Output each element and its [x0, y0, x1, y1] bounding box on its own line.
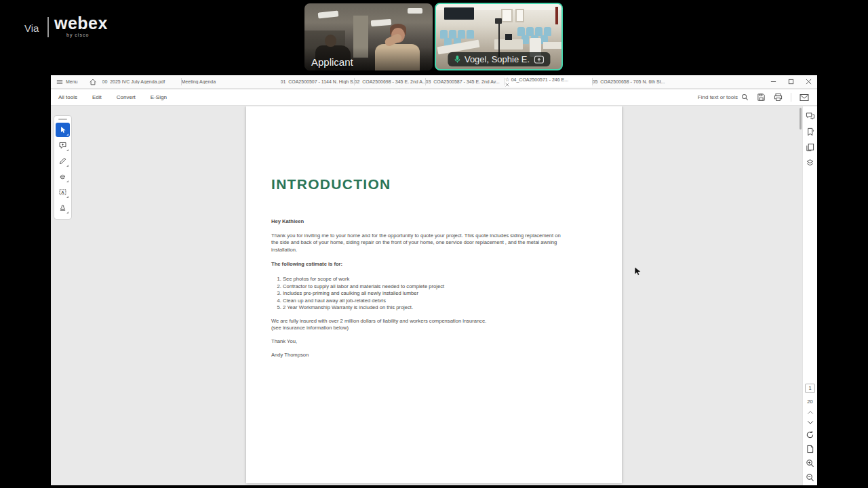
- estimate-item: 2 Year Workmanship Warranty is included …: [283, 304, 568, 312]
- find-text-button[interactable]: Find text or tools: [698, 94, 749, 101]
- highlight-tool[interactable]: [56, 169, 70, 184]
- save-button[interactable]: [757, 93, 766, 102]
- page-thumbnails-icon[interactable]: [806, 143, 814, 152]
- hamburger-menu-icon: [56, 79, 63, 85]
- document-scroll-area[interactable]: INTRODUCTION Hey Kathleen Thank you for …: [51, 106, 802, 485]
- search-icon: [741, 94, 749, 101]
- current-page-input[interactable]: 1: [805, 384, 815, 393]
- webex-via-text: Via: [24, 22, 39, 34]
- svg-text:A: A: [61, 190, 64, 195]
- total-pages-label: 20: [807, 399, 812, 405]
- tab-01-coa2500507[interactable]: 01_COA2500507 - 1144 N. High S...: [281, 79, 354, 84]
- acrobat-toolbar: All tools Edit Convert E-Sign Find text …: [51, 89, 817, 106]
- draw-tool[interactable]: [56, 154, 70, 168]
- email-share-button[interactable]: [800, 94, 809, 102]
- esign-menu[interactable]: E-Sign: [143, 89, 174, 105]
- estimate-item: Clean up and haul away all job-related d…: [283, 298, 568, 305]
- convert-menu[interactable]: Convert: [109, 89, 143, 105]
- tab-label: 04_COA2500571 - 246 E...: [511, 77, 568, 82]
- right-panel-rail: 1 20: [802, 106, 817, 485]
- comments-panel-icon[interactable]: [806, 112, 815, 121]
- tab-02-coa2500698[interactable]: 02_COA2500698 - 345 E. 2nd A...: [355, 79, 425, 84]
- tab-agenda-pdf[interactable]: 00_2025 IVC July Agenda.pdf: [102, 79, 181, 84]
- participant-name-vogel: Vogel, Sophie E.: [465, 54, 530, 64]
- video-tile-applicant[interactable]: Applicant: [304, 3, 433, 70]
- insurance-line: We are fully insured with over 2 million…: [271, 318, 567, 325]
- select-tool[interactable]: [56, 123, 70, 137]
- page-display-options-button[interactable]: [806, 445, 814, 453]
- pdf-page: INTRODUCTION Hey Kathleen Thank you for …: [246, 106, 622, 483]
- home-icon: [89, 78, 97, 86]
- estimate-item: See photos for scope of work: [283, 276, 568, 283]
- document-workspace: INTRODUCTION Hey Kathleen Thank you for …: [51, 106, 817, 485]
- add-text-tool[interactable]: A: [56, 185, 70, 199]
- tab-04-coa2500571-active[interactable]: ☆ 04_COA2500571 - 246 E...: [505, 77, 592, 87]
- menu-button[interactable]: Menu: [51, 75, 83, 88]
- document-greeting: Hey Kathleen: [271, 218, 567, 225]
- tab-label: 02_COA2500698 - 345 E. 2nd A...: [355, 79, 425, 84]
- tab-label: 03_COA2500587 - 345 E. 2nd Av...: [426, 79, 500, 84]
- all-tools-menu[interactable]: All tools: [51, 89, 85, 105]
- layers-panel-icon[interactable]: [806, 159, 814, 167]
- video-tile-active-speaker[interactable]: Vogel, Sophie E.: [435, 3, 563, 70]
- stamp-tool[interactable]: [56, 201, 70, 215]
- logo-divider: [47, 17, 49, 37]
- expand-video-icon[interactable]: [534, 56, 544, 64]
- estimate-item: Contractor to supply all labor and mater…: [283, 283, 568, 291]
- participant-name-applicant: Applicant: [311, 56, 353, 68]
- estimate-list: See photos for scope of work Contractor …: [276, 276, 568, 312]
- tab-03-coa2500587[interactable]: 03_COA2500587 - 345 E. 2nd Av...: [426, 79, 505, 84]
- find-label: Find text or tools: [698, 94, 738, 100]
- closing-line: Thank You,: [271, 338, 567, 345]
- edit-menu[interactable]: Edit: [85, 89, 109, 105]
- rotate-page-button[interactable]: [806, 430, 814, 439]
- zoom-in-button[interactable]: [806, 459, 814, 468]
- insurance-note: (see insurance information below): [271, 325, 567, 331]
- webex-brand-text: webex: [54, 14, 108, 33]
- vertical-scrollbar-thumb[interactable]: [800, 108, 802, 129]
- tab-label: 01_COA2500507 - 1144 N. High S...: [281, 79, 354, 84]
- print-button[interactable]: [774, 93, 783, 102]
- mic-active-icon: [454, 55, 460, 64]
- active-speaker-name-pill: Vogel, Sophie E.: [448, 52, 550, 66]
- tab-label: 05_COA2500658 - 705 N. 6th St...: [593, 79, 665, 84]
- favorite-star-icon[interactable]: ☆: [505, 77, 510, 83]
- acrobat-window: Menu 00_2025 IVC July Agenda.pdf Meeting…: [51, 75, 817, 485]
- window-maximize-button[interactable]: [782, 75, 800, 88]
- tab-label: 00_2025 IVC July Agenda.pdf: [102, 79, 165, 84]
- zoom-out-button[interactable]: [806, 473, 814, 482]
- tab-close-icon[interactable]: [505, 83, 592, 87]
- document-title: INTRODUCTION: [271, 176, 391, 192]
- signature-line: Andy Thompson: [271, 352, 567, 359]
- mouse-cursor: [634, 266, 642, 277]
- previous-page-button[interactable]: [807, 410, 814, 415]
- webex-byline-text: by cisco: [66, 33, 89, 37]
- quick-tools-panel: A: [54, 115, 72, 220]
- tab-meeting-agenda[interactable]: Meeting Agenda: [182, 79, 244, 84]
- document-paragraph: Thank you for inviting me to your home a…: [271, 232, 567, 253]
- tab-label: Meeting Agenda: [182, 79, 216, 84]
- webex-logo: Via webex by cisco: [24, 15, 113, 43]
- tab-05-coa2500658[interactable]: 05_COA2500658 - 705 N. 6th St...: [593, 79, 674, 84]
- document-tab-bar: Menu 00_2025 IVC July Agenda.pdf Meeting…: [51, 75, 817, 89]
- next-page-button[interactable]: [807, 420, 814, 425]
- estimate-item: Includes pre-priming and caulking all ne…: [283, 290, 568, 298]
- home-button[interactable]: [83, 75, 102, 88]
- panel-drag-handle[interactable]: [58, 119, 67, 120]
- estimate-heading: The following estimate is for:: [271, 261, 567, 268]
- menu-label: Menu: [66, 79, 78, 84]
- window-close-button[interactable]: [800, 75, 817, 88]
- bookmarks-panel-icon[interactable]: [806, 127, 814, 136]
- add-comment-tool[interactable]: [56, 138, 70, 152]
- window-minimize-button[interactable]: [764, 75, 782, 88]
